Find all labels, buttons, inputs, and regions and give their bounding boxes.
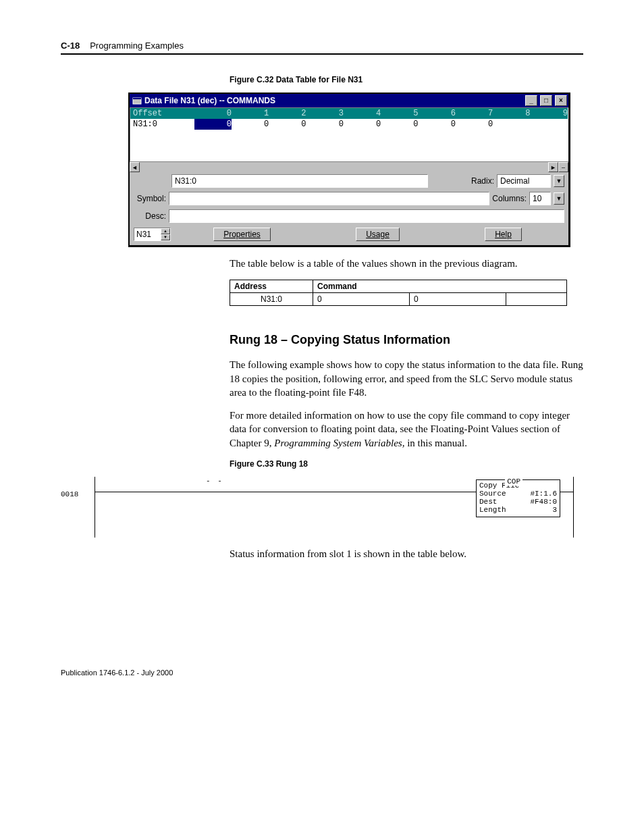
cop-length-label: Length	[479, 506, 506, 514]
spin-up-button[interactable]: ▲	[161, 228, 170, 234]
th-address: Address	[230, 280, 313, 293]
columns-label: Columns:	[492, 194, 527, 203]
col-8: 8	[493, 108, 530, 119]
columns-dropdown-button[interactable]: ▼	[554, 192, 564, 205]
col-3: 3	[306, 108, 344, 119]
cop-source-label: Source	[479, 490, 506, 498]
close-button[interactable]: ×	[555, 95, 567, 106]
paragraph-1: The table below is a table of the values…	[230, 257, 583, 270]
cell-2[interactable]: 0	[269, 119, 306, 130]
cell-4[interactable]: 0	[344, 119, 381, 130]
file-spinner-value: N31	[136, 230, 151, 239]
paragraph-2: The following example shows how to copy …	[230, 358, 583, 399]
col-offset: Offset	[130, 108, 194, 119]
cop-length-value: 3	[552, 506, 557, 514]
symbol-input[interactable]	[169, 192, 489, 205]
td-c1: 0	[313, 293, 410, 306]
cop-dest-label: Dest	[479, 498, 497, 506]
figure-caption-c32: Figure C.32 Data Table for File N31	[230, 75, 583, 84]
para3-b: in this manual.	[404, 438, 467, 448]
radix-select[interactable]: Decimal	[497, 174, 551, 188]
cop-instruction: COP Copy File Source #I:1.6 Dest #F48:0 …	[476, 479, 560, 517]
col-0: 0	[194, 108, 232, 119]
cell-5[interactable]: 0	[381, 119, 418, 130]
col-4: 4	[344, 108, 381, 119]
columns-select[interactable]: 10	[529, 192, 551, 205]
cell-8[interactable]	[493, 119, 530, 130]
window-icon	[132, 96, 142, 105]
desc-input[interactable]	[169, 209, 564, 223]
cell-7[interactable]: 0	[456, 119, 493, 130]
page-header: C-18 Programming Examples	[61, 41, 583, 55]
col-2: 2	[269, 108, 306, 119]
cop-label: COP	[505, 477, 522, 486]
paragraph-3: For more detailed information on how to …	[230, 409, 583, 450]
desc-label: Desc:	[134, 211, 166, 221]
data-file-window: Data File N31 (dec) -- COMMANDS _ □ × Of…	[128, 93, 570, 247]
right-bus	[573, 477, 574, 538]
dashes: - -	[206, 477, 223, 485]
file-spinner[interactable]: N31 ▲ ▼	[134, 228, 171, 241]
rung-number: 0018	[61, 490, 78, 498]
col-1: 1	[232, 108, 269, 119]
address-command-table: Address Command N31:0 0 0	[230, 280, 567, 306]
para3-italic: Programming System Variables,	[274, 438, 404, 448]
scroll-end-button[interactable]: –	[558, 162, 568, 172]
row-address[interactable]: N31:0	[130, 119, 194, 130]
address-input[interactable]: N31:0	[171, 174, 428, 188]
spin-down-button[interactable]: ▼	[161, 234, 170, 240]
cell-0[interactable]: 0	[194, 119, 232, 130]
radix-dropdown-button[interactable]: ▼	[554, 175, 564, 187]
col-9: 9	[531, 108, 568, 119]
minimize-button[interactable]: _	[525, 95, 537, 106]
heading-rung18: Rung 18 – Copying Status Information	[230, 333, 583, 347]
columns-value: 10	[533, 194, 541, 203]
scroll-left-button[interactable]: ◄	[130, 162, 140, 172]
grid-header-row: Offset 0 1 2 3 4 5 6 7 8 9	[130, 108, 568, 119]
help-button[interactable]: Help	[485, 228, 522, 241]
maximize-button[interactable]: □	[540, 95, 552, 106]
horizontal-scrollbar[interactable]: ◄ ► –	[130, 161, 568, 172]
grid-data-row[interactable]: N31:0 0 0 0 0 0 0 0 0	[130, 119, 568, 130]
cell-6[interactable]: 0	[419, 119, 456, 130]
usage-button[interactable]: Usage	[356, 228, 400, 241]
publication-footer: Publication 1746-6.1.2 - July 2000	[61, 669, 583, 677]
col-5: 5	[381, 108, 418, 119]
titlebar: Data File N31 (dec) -- COMMANDS _ □ ×	[130, 94, 568, 107]
th-command: Command	[313, 280, 567, 293]
cell-3[interactable]: 0	[306, 119, 344, 130]
col-6: 6	[419, 108, 456, 119]
page-number: C-18	[61, 41, 80, 51]
radix-label: Radix:	[471, 176, 494, 186]
cop-source-value: #I:1.6	[530, 490, 557, 498]
svg-rect-1	[133, 98, 141, 99]
col-7: 7	[456, 108, 493, 119]
radix-value: Decimal	[500, 176, 529, 186]
symbol-label: Symbol:	[134, 194, 166, 203]
scroll-right-button[interactable]: ►	[548, 162, 558, 172]
paragraph-4: Status information from slot 1 is shown …	[230, 547, 583, 561]
left-bus	[95, 477, 95, 538]
data-grid[interactable]: Offset 0 1 2 3 4 5 6 7 8 9 N31:0 0 0 0	[130, 107, 568, 161]
td-c2: 0	[410, 293, 506, 306]
cop-dest-value: #F48:0	[530, 498, 557, 506]
properties-button[interactable]: Properties	[213, 228, 271, 241]
address-value: N31:0	[175, 176, 196, 186]
cell-1[interactable]: 0	[232, 119, 269, 130]
window-title: Data File N31 (dec) -- COMMANDS	[144, 96, 522, 105]
td-address: N31:0	[230, 293, 313, 306]
cell-9[interactable]	[531, 119, 568, 130]
section-name: Programming Examples	[90, 41, 184, 51]
figure-caption-c33: Figure C.33 Rung 18	[230, 459, 583, 469]
td-c3	[506, 293, 567, 306]
